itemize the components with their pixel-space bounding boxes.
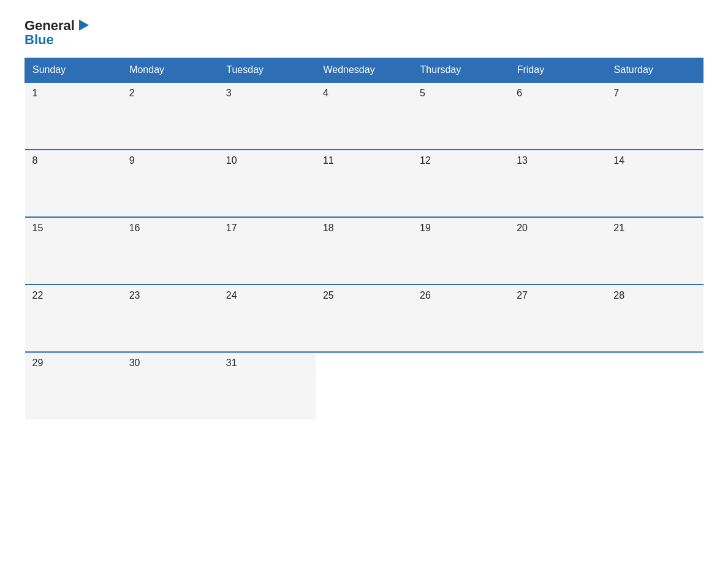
- day-header-friday: Friday: [509, 58, 606, 83]
- day-number: 26: [420, 290, 431, 301]
- day-number: 11: [323, 155, 334, 166]
- calendar-cell: 25: [316, 285, 412, 352]
- day-number: 31: [226, 358, 237, 368]
- logo-arrow-icon: [77, 18, 90, 32]
- day-number: 30: [129, 358, 140, 368]
- day-number: 29: [32, 358, 44, 368]
- calendar-cell: 20: [509, 217, 606, 285]
- calendar-cell: 17: [219, 217, 316, 285]
- day-number: 16: [129, 223, 140, 233]
- calendar-cell: 12: [412, 150, 509, 217]
- calendar-cell: [509, 352, 606, 419]
- day-number: 19: [420, 223, 431, 233]
- calendar-cell: 4: [316, 82, 412, 150]
- day-number: 5: [420, 88, 425, 98]
- calendar-cell: 3: [219, 82, 316, 150]
- calendar-cell: 1: [25, 82, 122, 150]
- calendar-cell: 14: [606, 150, 703, 217]
- logo-blue-text: Blue: [25, 33, 54, 47]
- day-header-saturday: Saturday: [606, 58, 703, 83]
- day-number: 25: [323, 290, 334, 301]
- calendar-cell: 5: [412, 82, 509, 150]
- calendar-cell: [606, 352, 703, 419]
- day-number: 21: [613, 223, 624, 233]
- calendar-cell: 21: [606, 217, 703, 285]
- week-row-2: 891011121314: [25, 150, 703, 217]
- day-number: 13: [517, 155, 528, 166]
- day-number: 15: [32, 223, 44, 233]
- calendar-cell: 8: [25, 150, 122, 217]
- calendar-cell: 30: [122, 352, 219, 419]
- day-number: 8: [32, 155, 38, 166]
- calendar-cell: 10: [219, 150, 316, 217]
- day-number: 23: [129, 290, 140, 301]
- calendar-header: SundayMondayTuesdayWednesdayThursdayFrid…: [25, 58, 703, 83]
- calendar-cell: 16: [122, 217, 219, 285]
- day-header-thursday: Thursday: [412, 58, 509, 83]
- day-number: 17: [226, 223, 237, 233]
- day-header-wednesday: Wednesday: [316, 58, 412, 83]
- calendar-cell: 9: [122, 150, 219, 217]
- week-row-4: 22232425262728: [25, 285, 703, 352]
- day-number: 28: [613, 290, 624, 301]
- calendar-cell: [412, 352, 509, 419]
- logo-general-text: General: [25, 19, 75, 33]
- calendar-cell: 15: [25, 217, 122, 285]
- calendar-cell: 24: [219, 285, 316, 352]
- week-row-5: 293031: [25, 352, 703, 419]
- calendar-cell: 29: [25, 352, 122, 419]
- day-number: 18: [323, 223, 334, 233]
- calendar-cell: 18: [316, 217, 412, 285]
- day-number: 9: [129, 155, 135, 166]
- calendar-cell: 31: [219, 352, 316, 419]
- day-number: 10: [226, 155, 237, 166]
- calendar-cell: 11: [316, 150, 412, 217]
- page-header: General Blue: [25, 18, 703, 47]
- day-number: 2: [129, 88, 135, 98]
- calendar-cell: 26: [412, 285, 509, 352]
- calendar-table: SundayMondayTuesdayWednesdayThursdayFrid…: [25, 58, 703, 419]
- day-header-monday: Monday: [122, 58, 219, 83]
- day-number: 4: [323, 88, 328, 98]
- day-number: 3: [226, 88, 232, 98]
- calendar-body: 1234567891011121314151617181920212223242…: [25, 82, 703, 419]
- day-number: 1: [32, 88, 38, 98]
- day-number: 14: [613, 155, 624, 166]
- calendar-cell: 13: [509, 150, 606, 217]
- day-number: 12: [420, 155, 431, 166]
- calendar-cell: 22: [25, 285, 122, 352]
- day-header-sunday: Sunday: [25, 58, 122, 83]
- days-of-week-row: SundayMondayTuesdayWednesdayThursdayFrid…: [25, 58, 703, 83]
- calendar-cell: 6: [509, 82, 606, 150]
- calendar-cell: 23: [122, 285, 219, 352]
- day-number: 22: [32, 290, 44, 301]
- calendar-cell: 28: [606, 285, 703, 352]
- week-row-1: 1234567: [25, 82, 703, 150]
- calendar-cell: 7: [606, 82, 703, 150]
- day-number: 27: [517, 290, 528, 301]
- day-number: 20: [517, 223, 528, 233]
- day-number: 6: [517, 88, 522, 98]
- svg-marker-0: [79, 20, 89, 31]
- calendar-cell: 19: [412, 217, 509, 285]
- logo: General Blue: [25, 18, 90, 47]
- day-number: 7: [613, 88, 619, 98]
- calendar-cell: 2: [122, 82, 219, 150]
- day-header-tuesday: Tuesday: [219, 58, 316, 83]
- calendar-cell: [316, 352, 412, 419]
- calendar-cell: 27: [509, 285, 606, 352]
- day-number: 24: [226, 290, 237, 301]
- week-row-3: 15161718192021: [25, 217, 703, 285]
